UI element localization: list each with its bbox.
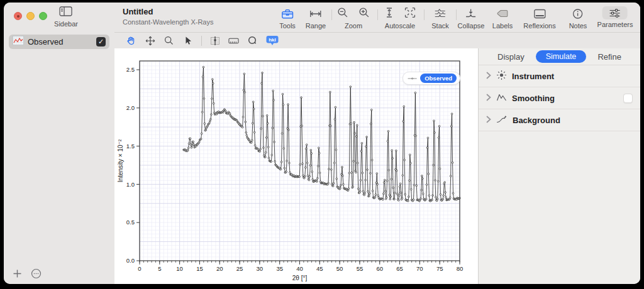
toolbar-separator: [456, 9, 457, 20]
svg-text:55: 55: [357, 265, 364, 272]
tab-simulate[interactable]: Simulate: [536, 50, 587, 63]
toolbar-separator: [377, 9, 378, 20]
svg-text:hkl: hkl: [269, 37, 276, 43]
section-label: Smoothing: [512, 94, 618, 103]
instrument-icon: [496, 70, 507, 83]
svg-text:2.0: 2.0: [126, 104, 135, 111]
hkl-labels-tool-icon[interactable]: hkl: [266, 35, 279, 46]
zoom-to-fit-button[interactable]: [404, 7, 416, 21]
autoscale-vertical-button[interactable]: [384, 7, 394, 21]
document-title-block: Untitled Constant-Wavelength X-Rays: [123, 7, 214, 26]
legend-marker-icon: [408, 75, 417, 82]
sidebar-toggle-label: Sidebar: [54, 20, 78, 28]
svg-text:1.5: 1.5: [126, 143, 135, 150]
background-icon: [496, 114, 508, 126]
tools-button[interactable]: Tools: [279, 7, 296, 30]
legend-series-label: Observed: [420, 74, 457, 83]
section-label: Instrument: [512, 72, 633, 81]
tab-refine[interactable]: Refine: [589, 51, 630, 63]
stacked-curves-icon: [434, 7, 446, 20]
minimize-button[interactable]: [26, 12, 35, 20]
sidebar-toggle-button[interactable]: Sidebar: [54, 6, 78, 28]
parameters-button[interactable]: Parameters: [597, 7, 633, 28]
svg-text:80: 80: [457, 265, 464, 272]
close-button[interactable]: [14, 12, 22, 20]
range-icon: [309, 7, 322, 20]
sidebar-item-label: Observed: [28, 37, 92, 46]
svg-text:30: 30: [257, 265, 264, 272]
svg-text:25: 25: [236, 265, 243, 272]
svg-text:50: 50: [336, 265, 343, 272]
sidebar-item-observed[interactable]: Observed ✓: [9, 35, 109, 49]
inspector-tabs: Display Simulate Refine: [479, 48, 640, 65]
titlebar: Sidebar Untitled Constant-Wavelength X-R…: [4, 3, 640, 32]
zoom-group: Zoom: [337, 7, 370, 30]
toolbar-separator: [331, 9, 332, 20]
plot-legend[interactable]: Observed: [402, 72, 460, 85]
collapse-button[interactable]: Collapse: [458, 7, 485, 30]
section-smoothing[interactable]: Smoothing: [479, 87, 640, 109]
svg-text:75: 75: [436, 265, 443, 272]
stack-button[interactable]: Stack: [431, 7, 449, 30]
range-button[interactable]: Range: [306, 7, 326, 30]
svg-text:35: 35: [276, 265, 283, 272]
zoom-tool-icon[interactable]: [164, 35, 174, 46]
svg-text:0.5: 0.5: [126, 219, 135, 226]
select-tool-icon[interactable]: [182, 35, 193, 46]
add-pattern-button[interactable]: [13, 269, 22, 281]
app-window: Sidebar Untitled Constant-Wavelength X-R…: [4, 3, 640, 284]
observed-visibility-checkbox[interactable]: ✓: [96, 37, 106, 46]
reflexions-panel-icon: [533, 7, 546, 20]
info-circle-icon: [572, 7, 584, 20]
svg-text:1.0: 1.0: [126, 181, 135, 188]
plot-toolbar-separator: [201, 36, 202, 46]
document-title: Untitled: [123, 7, 214, 16]
zoom-in-button[interactable]: [358, 7, 370, 21]
section-instrument[interactable]: Instrument: [479, 65, 640, 87]
svg-text:0.0: 0.0: [126, 257, 135, 264]
svg-text:0: 0: [138, 265, 141, 272]
zoom-out-button[interactable]: [337, 7, 348, 21]
svg-text:20: 20: [216, 265, 223, 272]
tab-display[interactable]: Display: [489, 51, 533, 63]
svg-text:60: 60: [376, 265, 383, 272]
peak-picker-tool-icon[interactable]: [209, 35, 220, 46]
section-label: Background: [513, 116, 633, 125]
reflexions-button[interactable]: Reflexions: [523, 7, 555, 30]
toolbar-separator: [424, 9, 425, 20]
section-background[interactable]: Background: [479, 109, 640, 131]
autoscale-group: Autoscale: [384, 7, 416, 30]
svg-text:40: 40: [296, 265, 303, 272]
plot-toolbar: hkl: [114, 33, 640, 48]
svg-text:2.5: 2.5: [126, 66, 135, 73]
svg-text:70: 70: [416, 265, 423, 272]
labels-button[interactable]: Labels: [492, 7, 513, 30]
smoothing-enabled-checkbox[interactable]: [623, 94, 633, 103]
toolbox-icon: [281, 7, 294, 20]
ruler-tool-icon[interactable]: [228, 35, 239, 46]
inspector-panel: Display Simulate Refine Instrument: [478, 48, 640, 284]
smoothing-icon: [496, 92, 507, 104]
chevron-right-icon: [486, 70, 491, 82]
sliders-icon: [602, 6, 628, 19]
svg-text:65: 65: [396, 265, 403, 272]
pattern-thumbnail-icon: [13, 36, 24, 48]
tag-icon: [496, 7, 508, 20]
zoom-window-button[interactable]: [39, 12, 47, 20]
sidebar-toggle-icon: [59, 6, 72, 19]
collapse-icon: [465, 7, 477, 20]
more-options-button[interactable]: [31, 268, 42, 281]
chevron-right-icon: [486, 92, 491, 104]
move-tool-icon[interactable]: [145, 35, 155, 46]
chevron-right-icon: [486, 114, 491, 126]
svg-text:2θ [°]: 2θ [°]: [292, 275, 308, 281]
mask-tool-icon[interactable]: [247, 35, 258, 46]
sidebar: Observed ✓: [4, 32, 114, 284]
pan-tool-icon[interactable]: [125, 35, 136, 46]
svg-text:10: 10: [176, 265, 183, 272]
svg-text:45: 45: [316, 265, 323, 272]
svg-text:15: 15: [196, 265, 203, 272]
chart-area[interactable]: 051015202530354045505560657075800.00.51.…: [114, 48, 478, 284]
notes-button[interactable]: Notes: [569, 7, 587, 30]
svg-text:5: 5: [158, 265, 161, 272]
